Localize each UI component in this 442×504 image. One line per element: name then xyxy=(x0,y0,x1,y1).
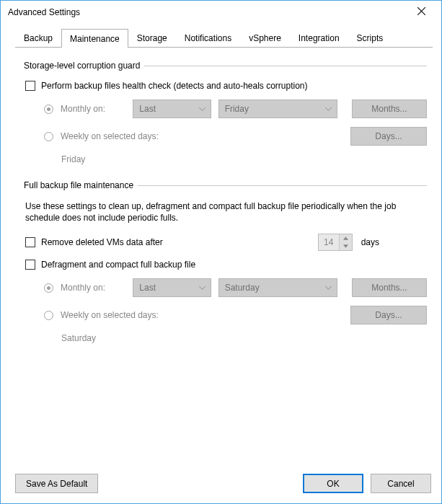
group-divider xyxy=(144,66,427,66)
tab-scripts[interactable]: Scripts xyxy=(348,29,392,47)
full-monthly-label: Monthly on: xyxy=(61,283,125,293)
cancel-button[interactable]: Cancel xyxy=(371,474,431,493)
full-weekly-label: Weekly on selected days: xyxy=(61,310,159,320)
group-label-text: Storage-level corruption guard xyxy=(24,61,140,71)
chevron-down-icon xyxy=(325,105,332,112)
group-divider xyxy=(138,185,427,186)
tab-bar: Backup Maintenance Storage Notifications… xyxy=(15,28,433,47)
guard-weekly-label: Weekly on selected days: xyxy=(61,131,159,141)
titlebar: Advanced Settings xyxy=(1,1,441,24)
guard-days-button[interactable]: Days... xyxy=(350,127,427,146)
tab-notifications[interactable]: Notifications xyxy=(176,29,240,47)
health-check-label: Perform backup files health check (detec… xyxy=(41,81,308,91)
full-days-button[interactable]: Days... xyxy=(350,306,427,324)
close-icon xyxy=(417,7,425,17)
save-default-button[interactable]: Save As Default xyxy=(15,474,98,493)
chevron-down-icon xyxy=(199,284,206,291)
guard-selected-note: Friday xyxy=(61,154,427,164)
group-full-maintenance: Full backup file maintenance xyxy=(24,180,427,190)
remove-days-unit: days xyxy=(361,237,379,247)
guard-week-select[interactable]: Last xyxy=(133,100,211,118)
stepper-down-icon[interactable] xyxy=(340,242,352,250)
full-monthly-radio[interactable] xyxy=(44,283,53,293)
guard-weekly-radio[interactable] xyxy=(44,132,53,141)
full-day-select[interactable]: Saturday xyxy=(218,278,337,297)
tab-backup[interactable]: Backup xyxy=(15,29,61,47)
full-week-select[interactable]: Last xyxy=(133,278,211,297)
chevron-down-icon xyxy=(325,284,332,291)
guard-monthly-label: Monthly on: xyxy=(61,104,125,114)
guard-day-select[interactable]: Friday xyxy=(218,100,337,118)
remove-deleted-checkbox[interactable] xyxy=(25,237,35,247)
tab-panel-maintenance: Storage-level corruption guard Perform b… xyxy=(15,47,433,467)
dialog-footer: Save As Default OK Cancel xyxy=(1,467,441,503)
tab-integration[interactable]: Integration xyxy=(290,29,348,47)
guard-week-value: Last xyxy=(139,104,156,114)
close-button[interactable] xyxy=(407,2,436,22)
full-description: Use these settings to clean up, defragme… xyxy=(25,200,400,224)
defrag-checkbox[interactable] xyxy=(25,260,35,270)
guard-day-value: Friday xyxy=(225,104,249,114)
tab-maintenance[interactable]: Maintenance xyxy=(61,29,128,48)
full-week-value: Last xyxy=(139,283,156,293)
defrag-label: Defragment and compact full backup file xyxy=(41,260,195,270)
tab-storage[interactable]: Storage xyxy=(128,29,176,47)
guard-months-button[interactable]: Months... xyxy=(352,100,427,118)
ok-button[interactable]: OK xyxy=(303,474,363,493)
full-day-value: Saturday xyxy=(225,283,260,293)
window-title: Advanced Settings xyxy=(8,7,80,17)
tab-vsphere[interactable]: vSphere xyxy=(240,29,290,47)
full-months-button[interactable]: Months... xyxy=(352,278,427,297)
full-weekly-radio[interactable] xyxy=(44,311,53,320)
health-check-checkbox[interactable] xyxy=(25,81,35,91)
remove-days-value: 14 xyxy=(319,234,339,250)
group-corruption-guard: Storage-level corruption guard xyxy=(24,61,427,71)
remove-deleted-label: Remove deleted VMs data after xyxy=(41,237,163,247)
full-selected-note: Saturday xyxy=(61,333,427,343)
remove-days-stepper[interactable]: 14 xyxy=(318,234,353,251)
group-label-text: Full backup file maintenance xyxy=(24,180,133,190)
guard-monthly-radio[interactable] xyxy=(44,105,53,114)
stepper-up-icon[interactable] xyxy=(340,234,352,242)
chevron-down-icon xyxy=(199,105,206,112)
